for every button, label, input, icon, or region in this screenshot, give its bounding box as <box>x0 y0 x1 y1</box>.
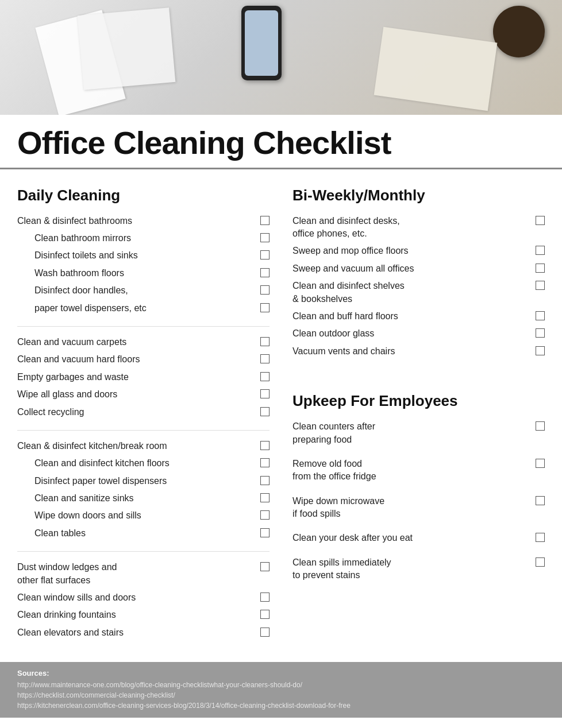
item-label: Collect recycling <box>17 406 260 419</box>
list-item: Sweep and mop office floors <box>292 245 545 257</box>
list-item: Clean & disinfect bathrooms <box>17 215 270 227</box>
item-label: Clean and sanitize sinks <box>34 492 260 505</box>
list-item: Remove old foodfrom the office fridge <box>292 458 545 483</box>
item-label: Clean and disinfect desks,office phones,… <box>292 215 536 241</box>
checkbox[interactable] <box>260 233 270 242</box>
list-item: Clean elevators and stairs <box>17 626 270 639</box>
checkbox[interactable] <box>260 476 270 485</box>
spacer <box>292 369 545 392</box>
checkbox[interactable] <box>260 407 270 416</box>
checkbox[interactable] <box>260 628 270 637</box>
item-label: Clean outdoor glass <box>292 327 536 340</box>
item-label: Clean tables <box>34 527 260 540</box>
checkbox[interactable] <box>260 510 270 520</box>
decorative-cup <box>493 6 545 57</box>
item-label: Wipe down microwaveif food spills <box>292 495 536 521</box>
list-item: Clean spills immediatelyto prevent stain… <box>292 556 545 582</box>
floors-group: Clean and vacuum carpets Clean and vacuu… <box>17 336 270 419</box>
item-label: Disinfect paper towel dispensers <box>34 475 260 487</box>
item-label: Wash bathroom floors <box>34 267 260 280</box>
item-label: Clean drinking fountains <box>17 609 260 621</box>
list-item: Sweep and vacuum all offices <box>292 262 545 275</box>
checkbox[interactable] <box>536 328 545 338</box>
checkbox[interactable] <box>536 496 545 505</box>
list-item: Disinfect toilets and sinks <box>17 249 270 262</box>
item-label: Clean counters afterpreparing food <box>292 420 536 446</box>
kitchen-group: Clean & disinfect kitchen/break room Cle… <box>17 440 270 540</box>
item-label: Wipe down doors and sills <box>34 509 260 522</box>
item-label: Clean and disinfect shelves& bookshelves <box>292 280 536 305</box>
hero-image <box>0 0 562 115</box>
main-content: Daily Cleaning Clean & disinfect bathroo… <box>0 169 562 651</box>
item-label: Wipe all glass and doors <box>17 388 260 401</box>
checkbox[interactable] <box>260 458 270 467</box>
checkbox[interactable] <box>260 562 270 571</box>
item-label: Disinfect door handles, <box>34 284 260 297</box>
item-label: Clean & disinfect kitchen/break room <box>17 440 260 452</box>
list-item: Wipe down doors and sills <box>17 509 270 522</box>
list-item: Clean counters afterpreparing food <box>292 420 545 446</box>
item-label: Vacuum vents and chairs <box>292 345 536 358</box>
checkbox[interactable] <box>536 533 545 542</box>
checkbox[interactable] <box>536 264 545 273</box>
item-label: Dust window ledges andother flat surface… <box>17 561 260 587</box>
list-item: Clean bathroom mirrors <box>17 232 270 245</box>
item-label: Remove old foodfrom the office fridge <box>292 458 536 483</box>
item-label: Empty garbages and waste <box>17 371 260 384</box>
item-label: Clean window sills and doors <box>17 591 260 604</box>
list-item: Clean and vacuum hard floors <box>17 353 270 366</box>
item-label: paper towel dispensers, etc <box>34 302 260 315</box>
left-column: Daily Cleaning Clean & disinfect bathroo… <box>17 187 270 651</box>
list-item: Clean and disinfect kitchen floors <box>17 457 270 470</box>
checkbox[interactable] <box>536 459 545 468</box>
list-item: Clean window sills and doors <box>17 591 270 604</box>
item-label: Clean & disinfect bathrooms <box>17 215 260 227</box>
checkbox[interactable] <box>260 610 270 619</box>
checkbox[interactable] <box>260 250 270 260</box>
decorative-paper-3 <box>374 27 498 111</box>
list-item: Wash bathroom floors <box>17 267 270 280</box>
right-column: Bi-Weekly/Monthly Clean and disinfect de… <box>292 187 545 651</box>
list-item: Disinfect door handles, <box>17 284 270 297</box>
upkeep-section-title: Upkeep For Employees <box>292 392 545 410</box>
list-item: Clean your desk after you eat <box>292 532 545 544</box>
checkbox[interactable] <box>260 303 270 312</box>
checkbox[interactable] <box>260 528 270 537</box>
checkbox[interactable] <box>260 389 270 398</box>
checkbox[interactable] <box>536 246 545 255</box>
list-item: Wipe down microwaveif food spills <box>292 495 545 521</box>
decorative-paper-2 <box>78 7 176 90</box>
source-link-3[interactable]: https://kitchenerclean.com/office-cleani… <box>17 700 545 711</box>
source-link-2[interactable]: https://checklist.com/commercial-cleanin… <box>17 690 545 700</box>
checkbox[interactable] <box>260 285 270 295</box>
checkbox[interactable] <box>536 557 545 567</box>
checkbox[interactable] <box>260 372 270 381</box>
checkbox[interactable] <box>260 337 270 346</box>
checkbox[interactable] <box>260 268 270 277</box>
checkbox[interactable] <box>260 216 270 225</box>
checkbox[interactable] <box>536 346 545 355</box>
list-item: Vacuum vents and chairs <box>292 345 545 358</box>
divider <box>17 326 270 327</box>
list-item: Empty garbages and waste <box>17 371 270 384</box>
item-label: Clean elevators and stairs <box>17 626 260 639</box>
checkbox[interactable] <box>536 281 545 290</box>
biweekly-section-title: Bi-Weekly/Monthly <box>292 187 545 204</box>
other-group: Dust window ledges andother flat surface… <box>17 561 270 639</box>
checkbox[interactable] <box>260 593 270 602</box>
checkbox[interactable] <box>536 216 545 225</box>
checkbox[interactable] <box>536 421 545 431</box>
page-title: Office Cleaning Checklist <box>17 125 545 161</box>
checkbox[interactable] <box>260 493 270 502</box>
upkeep-group: Clean counters afterpreparing food Remov… <box>292 420 545 582</box>
item-label: Clean and vacuum carpets <box>17 336 260 348</box>
title-bar: Office Cleaning Checklist <box>0 115 562 169</box>
decorative-phone <box>241 6 282 80</box>
source-link-1[interactable]: http://www.maintenance-one.com/blog/offi… <box>17 680 545 690</box>
list-item: Clean and disinfect desks,office phones,… <box>292 215 545 241</box>
checkbox[interactable] <box>260 441 270 450</box>
checkbox[interactable] <box>536 311 545 320</box>
item-label: Sweep and mop office floors <box>292 245 536 257</box>
list-item: Clean and vacuum carpets <box>17 336 270 348</box>
checkbox[interactable] <box>260 354 270 363</box>
